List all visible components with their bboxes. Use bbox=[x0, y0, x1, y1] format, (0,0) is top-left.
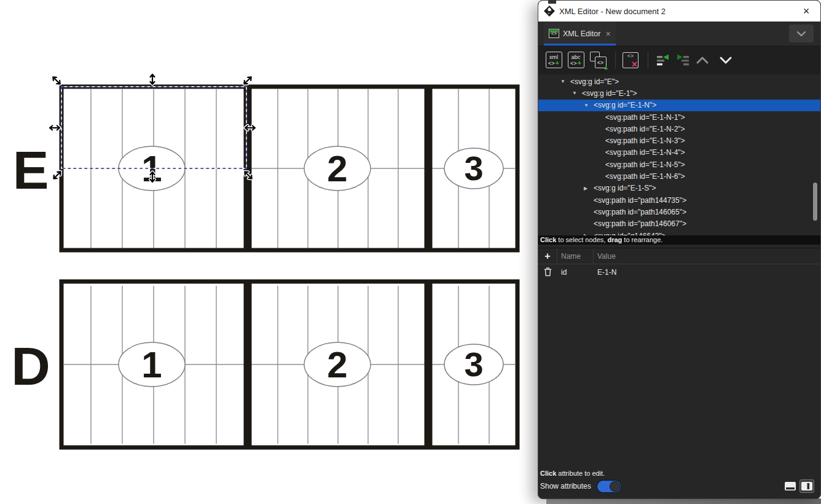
tab-xml-editor[interactable]: <> XML Editor × bbox=[544, 22, 616, 45]
tree-scrollbar[interactable] bbox=[813, 183, 817, 221]
tree-node-e-1-n-selected[interactable]: <svg:g id="E-1-N"> bbox=[538, 100, 820, 111]
panel-footer: Show attributes bbox=[538, 479, 820, 498]
delete-attribute-button[interactable] bbox=[538, 267, 557, 277]
attribute-row-id[interactable]: id E-1-N bbox=[538, 264, 820, 280]
chevron-down-icon bbox=[796, 31, 806, 37]
show-attributes-toggle[interactable] bbox=[597, 480, 621, 493]
new-text-node-button[interactable]: abc <>+ bbox=[566, 50, 586, 71]
show-attributes-label: Show attributes bbox=[540, 482, 591, 490]
inkscape-logo-icon bbox=[543, 5, 556, 17]
tab-bar: <> XML Editor × bbox=[538, 22, 820, 45]
toolbar-separator bbox=[648, 52, 648, 69]
new-text-node-icon: abc <>+ bbox=[568, 52, 584, 68]
new-element-node-icon: xml <>+ bbox=[546, 52, 562, 68]
toolbar-separator bbox=[615, 52, 616, 69]
layout-rows-icon bbox=[784, 481, 796, 491]
svg-text:3: 3 bbox=[464, 345, 483, 384]
xml-editor-tab-icon: <> bbox=[549, 29, 559, 38]
tree-node-path146067[interactable]: <svg:path id="path146067"> bbox=[538, 218, 820, 230]
chevron-up-icon bbox=[695, 55, 710, 65]
duplicate-node-icon: <> + bbox=[590, 52, 607, 68]
tree-node-e-1[interactable]: <svg:g id="E-1"> bbox=[538, 87, 820, 99]
svg-text:2: 2 bbox=[327, 344, 347, 385]
tree-node-e-1-n-6[interactable]: <svg:path id="E-1-N-6"> bbox=[538, 170, 820, 182]
expander-icon[interactable] bbox=[584, 186, 594, 191]
layout-columns-icon bbox=[801, 481, 813, 491]
tree-node-e-1-s[interactable]: <svg:g id="E-1-S"> bbox=[538, 183, 820, 194]
dialog-titlebar[interactable]: XML Editor - New document 2 × bbox=[538, 1, 820, 22]
chevron-down-icon bbox=[718, 55, 733, 65]
row-label-d: D bbox=[11, 336, 50, 396]
tab-close-icon[interactable]: × bbox=[605, 29, 610, 39]
attr-name-header: Name bbox=[557, 248, 594, 264]
svg-text:2: 2 bbox=[327, 148, 347, 189]
xml-editor-dialog: XML Editor - New document 2 × <> XML Edi… bbox=[538, 0, 821, 499]
unindent-node-button[interactable] bbox=[653, 50, 673, 71]
section-ellipses-d: 1 2 3 bbox=[119, 342, 503, 387]
tree-node-e[interactable]: <svg:g id="E"> bbox=[538, 76, 820, 87]
close-icon[interactable]: × bbox=[797, 3, 815, 19]
expander-icon[interactable] bbox=[584, 233, 594, 235]
svg-text:1: 1 bbox=[141, 344, 162, 385]
tree-node-e-1-n-1[interactable]: <svg:path id="E-1-N-1"> bbox=[538, 111, 820, 123]
xml-toolbar: xml <>+ abc <>+ <> + <> bbox=[538, 45, 820, 74]
unindent-node-icon bbox=[655, 54, 671, 66]
indent-node-icon bbox=[675, 54, 691, 66]
row-label-e: E bbox=[13, 140, 49, 200]
screen: { "window": { "title": "XML Editor - New… bbox=[0, 0, 821, 504]
tab-label: XML Editor bbox=[563, 30, 600, 38]
layout-horizontal-button[interactable] bbox=[783, 479, 798, 493]
tree-node-path144735[interactable]: <svg:path id="path144735"> bbox=[538, 194, 820, 206]
window-edge-notch bbox=[548, 0, 556, 4]
attr-value[interactable]: E-1-N bbox=[594, 268, 820, 277]
new-element-node-button[interactable]: xml <>+ bbox=[544, 50, 564, 71]
delete-node-button[interactable]: <> × bbox=[621, 50, 640, 71]
indent-node-button[interactable] bbox=[673, 50, 693, 71]
toggle-knob bbox=[610, 481, 620, 492]
attributes-header: + Name Value bbox=[538, 248, 820, 264]
attribute-edit-hint: Click attribute to edit. bbox=[538, 470, 820, 479]
layout-vertical-button[interactable] bbox=[799, 479, 814, 493]
attributes-empty-area bbox=[538, 280, 820, 470]
move-node-down-button[interactable] bbox=[716, 50, 736, 71]
attr-value-header: Value bbox=[594, 252, 820, 261]
expander-icon[interactable] bbox=[584, 103, 594, 108]
xml-node-tree: <svg:g id="E"> <svg:g id="E-1"> <svg:g i… bbox=[538, 74, 820, 235]
tree-node-path146065[interactable]: <svg:path id="path146065"> bbox=[538, 206, 820, 218]
delete-node-icon: <> × bbox=[623, 52, 638, 68]
tab-overflow-button[interactable] bbox=[789, 25, 814, 42]
tree-hint-text: Click to select nodes, drag to rearrange… bbox=[538, 235, 820, 245]
drawing-canvas[interactable]: E 1 2 bbox=[0, 0, 538, 504]
dialog-title: XML Editor - New document 2 bbox=[559, 7, 666, 16]
figure-row-d[interactable]: D 1 2 bbox=[11, 280, 517, 449]
trash-icon bbox=[544, 267, 552, 277]
tree-node-e-1-n-4[interactable]: <svg:path id="E-1-N-4"> bbox=[538, 147, 820, 159]
add-attribute-button[interactable]: + bbox=[538, 248, 557, 264]
window-edge-behind bbox=[546, 498, 821, 504]
move-node-up-button[interactable] bbox=[693, 50, 712, 71]
tree-node-e-1-n-2[interactable]: <svg:path id="E-1-N-2"> bbox=[538, 123, 820, 135]
svg-text:3: 3 bbox=[464, 149, 483, 187]
tree-node-e-1-n-5[interactable]: <svg:path id="E-1-N-5"> bbox=[538, 159, 820, 170]
attr-name[interactable]: id bbox=[557, 268, 594, 277]
tree-node-g146643[interactable]: <svg:g id="g146643"> bbox=[538, 230, 820, 235]
expander-icon[interactable] bbox=[572, 90, 582, 96]
duplicate-node-button[interactable]: <> + bbox=[588, 50, 608, 71]
expander-icon[interactable] bbox=[560, 79, 570, 84]
tree-node-e-1-n-3[interactable]: <svg:path id="E-1-N-3"> bbox=[538, 135, 820, 146]
